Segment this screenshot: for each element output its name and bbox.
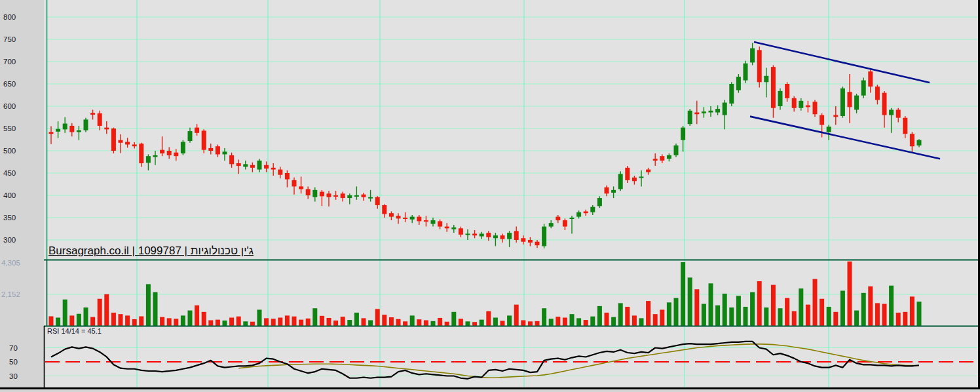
price-axis-label: 750: [3, 35, 16, 43]
price-axis-label: 700: [3, 58, 16, 66]
chart-bottom-border: [0, 387, 980, 389]
price-axis-label: 350: [3, 214, 16, 222]
plot-background: [44, 0, 978, 387]
price-axis-label: 550: [3, 125, 16, 132]
chart-watermark: Bursagraph.co.il | 1099787 | ג'ין טכנולו…: [48, 245, 254, 258]
price-axis-label: 300: [3, 236, 16, 244]
rsi-axis-label: 30: [9, 372, 18, 380]
price-axis-label: 450: [3, 169, 16, 177]
rsi-indicator-label: RSI 14/14 = 45.1: [47, 327, 102, 335]
volume-axis-label: 4,305: [1, 259, 20, 267]
price-axis-label: 600: [3, 102, 16, 110]
volume-axis-label: 2,152: [1, 290, 20, 298]
stock-chart-canvas: 8007507006506005505004504003503004,3052,…: [0, 0, 980, 392]
rsi-axis-label: 70: [9, 344, 18, 352]
stock-chart-window: 8007507006506005505004504003503004,3052,…: [0, 0, 980, 392]
price-axis-label: 500: [3, 147, 16, 155]
price-axis-label: 800: [3, 13, 16, 21]
rsi-axis-label: 50: [9, 358, 18, 366]
price-axis-label: 400: [3, 191, 16, 199]
price-axis-label: 650: [3, 80, 16, 88]
